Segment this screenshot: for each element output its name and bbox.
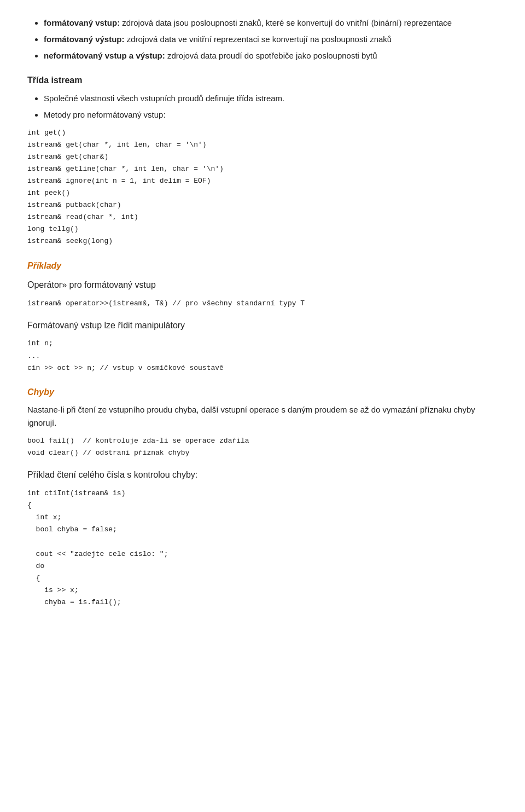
bullet-neformatovany-bold: neformátovaný vstup a výstup: <box>44 51 165 60</box>
bullet-formatted-vstup-bold: formátovaný vstup: <box>44 18 120 27</box>
istream-bullet2: Metody pro neformátovaný vstup: <box>44 108 498 121</box>
priklad-ctiint-heading: Příklad čtení celého čísla s kontrolou c… <box>27 468 498 482</box>
chyby-text: Nastane-li při čtení ze vstupního proudu… <box>27 403 498 430</box>
code-ctiint: int ctiInt(istream& is) { int x; bool ch… <box>27 488 498 608</box>
bullet-neformatovany: neformátovaný vstup a výstup: zdrojová d… <box>44 49 498 62</box>
bullet-formatted-vystup-rest: zdrojová data ve vnitřní reprezentaci se… <box>125 34 392 44</box>
priklady-heading: Příklady <box>27 259 498 273</box>
bullet-formatted-vstup: formátovaný vstup: zdrojová data jsou po… <box>44 16 498 30</box>
bullet-formatted-vstup-rest: zdrojová data jsou posloupnosti znaků, k… <box>120 18 452 27</box>
operator-heading: Operátor» pro formátovaný vstup <box>27 278 498 292</box>
trida-istream-title: Třída istream <box>27 73 498 88</box>
istream-bullets: Společné vlastnosti všech vstupních prou… <box>44 92 498 121</box>
formatted-heading: Formátovaný vstup lze řídit manipulátory <box>27 318 498 333</box>
code-methods: int get() istream& get(char *, int len, … <box>27 127 498 248</box>
code-chyby: bool fail() // kontroluje zda-li se oper… <box>27 435 498 459</box>
bullet-formatted-vystup: formátovaný výstup: zdrojová data ve vni… <box>44 33 498 46</box>
code-manipulators: int n; ... cin >> oct >> n; // vstup v o… <box>27 338 498 374</box>
intro-bullets: formátovaný vstup: zdrojová data jsou po… <box>27 16 498 62</box>
bullet-formatted-vystup-bold: formátovaný výstup: <box>44 34 125 44</box>
chyby-heading: Chyby <box>27 385 498 399</box>
istream-bullet1: Společné vlastnosti všech vstupních prou… <box>44 92 498 105</box>
code-operator: istream& operator>>(istream&, T&) // pro… <box>27 298 498 310</box>
bullet-neformatovany-rest: zdrojová data proudí do spotřebiče jako … <box>165 51 377 60</box>
